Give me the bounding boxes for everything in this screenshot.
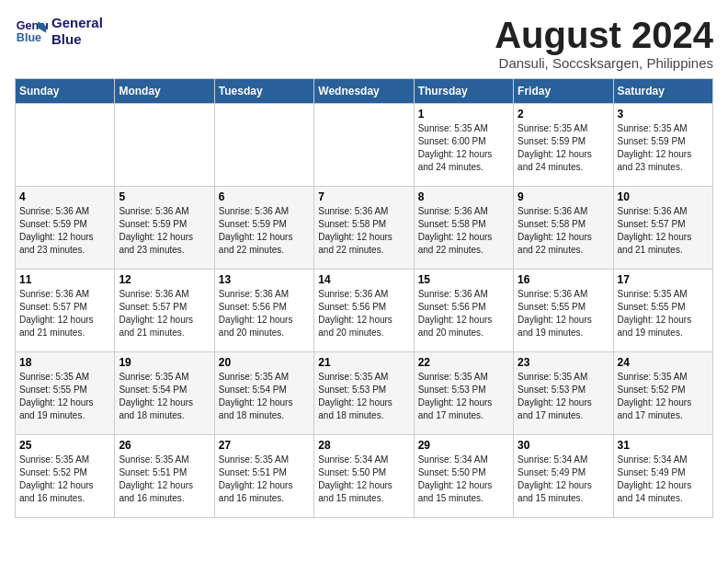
day-number: 22 [418,356,509,369]
day-info: Sunrise: 5:35 AM Sunset: 6:00 PM Dayligh… [418,122,509,174]
day-number: 31 [618,439,709,452]
day-number: 21 [318,356,409,369]
day-info: Sunrise: 5:36 AM Sunset: 5:59 PM Dayligh… [219,205,310,257]
page-header: General Blue GeneralBlue August 2024 Dan… [15,15,713,71]
calendar-cell: 23Sunrise: 5:35 AM Sunset: 5:53 PM Dayli… [514,352,613,435]
logo-icon: General Blue [15,15,48,48]
calendar-cell [314,104,414,187]
day-number: 27 [219,439,310,452]
weekday-header: Wednesday [314,79,414,104]
day-number: 15 [418,273,509,286]
calendar-cell: 25Sunrise: 5:35 AM Sunset: 5:52 PM Dayli… [16,435,115,518]
day-number: 6 [219,190,310,203]
day-info: Sunrise: 5:34 AM Sunset: 5:49 PM Dayligh… [618,454,709,505]
calendar-week-row: 4Sunrise: 5:36 AM Sunset: 5:59 PM Daylig… [16,187,713,270]
calendar-cell: 4Sunrise: 5:36 AM Sunset: 5:59 PM Daylig… [16,187,115,270]
day-info: Sunrise: 5:36 AM Sunset: 5:58 PM Dayligh… [518,205,609,257]
day-info: Sunrise: 5:34 AM Sunset: 5:49 PM Dayligh… [518,454,609,505]
day-number: 9 [518,190,609,203]
day-info: Sunrise: 5:36 AM Sunset: 5:56 PM Dayligh… [418,288,509,339]
calendar-cell: 22Sunrise: 5:35 AM Sunset: 5:53 PM Dayli… [414,352,513,435]
day-info: Sunrise: 5:35 AM Sunset: 5:59 PM Dayligh… [618,122,709,174]
day-info: Sunrise: 5:36 AM Sunset: 5:57 PM Dayligh… [19,288,110,339]
day-info: Sunrise: 5:35 AM Sunset: 5:54 PM Dayligh… [119,371,210,422]
day-info: Sunrise: 5:35 AM Sunset: 5:53 PM Dayligh… [418,371,509,422]
day-info: Sunrise: 5:35 AM Sunset: 5:52 PM Dayligh… [618,371,709,422]
day-info: Sunrise: 5:36 AM Sunset: 5:59 PM Dayligh… [119,205,210,257]
calendar-cell: 3Sunrise: 5:35 AM Sunset: 5:59 PM Daylig… [613,104,712,187]
day-number: 29 [418,439,509,452]
day-number: 1 [418,108,509,121]
weekday-header: Thursday [414,79,513,104]
calendar-cell: 24Sunrise: 5:35 AM Sunset: 5:52 PM Dayli… [613,352,712,435]
day-number: 4 [19,190,110,203]
calendar-cell [16,104,115,187]
weekday-header: Sunday [16,79,115,104]
weekday-header: Tuesday [214,79,313,104]
weekday-header-row: SundayMondayTuesdayWednesdayThursdayFrid… [16,79,713,104]
calendar-cell: 17Sunrise: 5:35 AM Sunset: 5:55 PM Dayli… [613,270,712,352]
day-info: Sunrise: 5:36 AM Sunset: 5:58 PM Dayligh… [418,205,509,257]
day-number: 30 [518,439,609,452]
weekday-header: Saturday [613,79,712,104]
logo: General Blue GeneralBlue [15,15,103,48]
day-number: 5 [119,190,210,203]
day-info: Sunrise: 5:35 AM Sunset: 5:55 PM Dayligh… [618,288,709,339]
day-number: 12 [119,273,210,286]
calendar-cell: 10Sunrise: 5:36 AM Sunset: 5:57 PM Dayli… [613,187,712,270]
day-number: 7 [318,190,409,203]
day-number: 18 [19,356,110,369]
calendar-cell [214,104,313,187]
calendar-cell: 15Sunrise: 5:36 AM Sunset: 5:56 PM Dayli… [414,270,513,352]
day-number: 19 [119,356,210,369]
calendar-cell: 27Sunrise: 5:35 AM Sunset: 5:51 PM Dayli… [214,435,313,518]
day-info: Sunrise: 5:35 AM Sunset: 5:51 PM Dayligh… [219,454,310,505]
calendar-cell: 30Sunrise: 5:34 AM Sunset: 5:49 PM Dayli… [514,435,613,518]
calendar-cell: 1Sunrise: 5:35 AM Sunset: 6:00 PM Daylig… [414,104,513,187]
day-info: Sunrise: 5:36 AM Sunset: 5:55 PM Dayligh… [518,288,609,339]
weekday-header: Friday [514,79,613,104]
day-info: Sunrise: 5:35 AM Sunset: 5:51 PM Dayligh… [119,454,210,505]
day-info: Sunrise: 5:35 AM Sunset: 5:55 PM Dayligh… [19,371,110,422]
svg-text:Blue: Blue [17,31,41,44]
day-number: 16 [518,273,609,286]
day-number: 24 [618,356,709,369]
calendar-cell: 12Sunrise: 5:36 AM Sunset: 5:57 PM Dayli… [115,270,214,352]
calendar-week-row: 1Sunrise: 5:35 AM Sunset: 6:00 PM Daylig… [16,104,713,187]
calendar-cell: 5Sunrise: 5:36 AM Sunset: 5:59 PM Daylig… [115,187,214,270]
month-title: August 2024 [495,15,713,55]
day-info: Sunrise: 5:36 AM Sunset: 5:58 PM Dayligh… [318,205,409,257]
day-number: 2 [518,108,609,121]
weekday-header: Monday [115,79,214,104]
day-number: 23 [518,356,609,369]
day-info: Sunrise: 5:34 AM Sunset: 5:50 PM Dayligh… [418,454,509,505]
day-info: Sunrise: 5:34 AM Sunset: 5:50 PM Dayligh… [318,454,409,505]
day-info: Sunrise: 5:35 AM Sunset: 5:54 PM Dayligh… [219,371,310,422]
calendar-table: SundayMondayTuesdayWednesdayThursdayFrid… [15,78,713,518]
day-number: 26 [119,439,210,452]
calendar-week-row: 18Sunrise: 5:35 AM Sunset: 5:55 PM Dayli… [16,352,713,435]
day-number: 8 [418,190,509,203]
day-info: Sunrise: 5:35 AM Sunset: 5:52 PM Dayligh… [19,454,110,505]
calendar-cell: 14Sunrise: 5:36 AM Sunset: 5:56 PM Dayli… [314,270,414,352]
calendar-cell: 8Sunrise: 5:36 AM Sunset: 5:58 PM Daylig… [414,187,513,270]
calendar-cell: 18Sunrise: 5:35 AM Sunset: 5:55 PM Dayli… [16,352,115,435]
logo-text: GeneralBlue [51,15,103,48]
calendar-cell: 28Sunrise: 5:34 AM Sunset: 5:50 PM Dayli… [314,435,414,518]
calendar-week-row: 25Sunrise: 5:35 AM Sunset: 5:52 PM Dayli… [16,435,713,518]
day-number: 14 [318,273,409,286]
title-section: August 2024 Dansuli, Soccsksargen, Phili… [495,15,713,71]
day-info: Sunrise: 5:36 AM Sunset: 5:57 PM Dayligh… [119,288,210,339]
calendar-cell: 6Sunrise: 5:36 AM Sunset: 5:59 PM Daylig… [214,187,313,270]
calendar-cell: 9Sunrise: 5:36 AM Sunset: 5:58 PM Daylig… [514,187,613,270]
calendar-cell: 31Sunrise: 5:34 AM Sunset: 5:49 PM Dayli… [613,435,712,518]
day-info: Sunrise: 5:35 AM Sunset: 5:53 PM Dayligh… [318,371,409,422]
calendar-cell: 26Sunrise: 5:35 AM Sunset: 5:51 PM Dayli… [115,435,214,518]
day-number: 11 [19,273,110,286]
calendar-cell: 2Sunrise: 5:35 AM Sunset: 5:59 PM Daylig… [514,104,613,187]
day-info: Sunrise: 5:35 AM Sunset: 5:59 PM Dayligh… [518,122,609,174]
day-number: 10 [618,190,709,203]
day-info: Sunrise: 5:36 AM Sunset: 5:56 PM Dayligh… [318,288,409,339]
day-number: 3 [618,108,709,121]
calendar-week-row: 11Sunrise: 5:36 AM Sunset: 5:57 PM Dayli… [16,270,713,352]
